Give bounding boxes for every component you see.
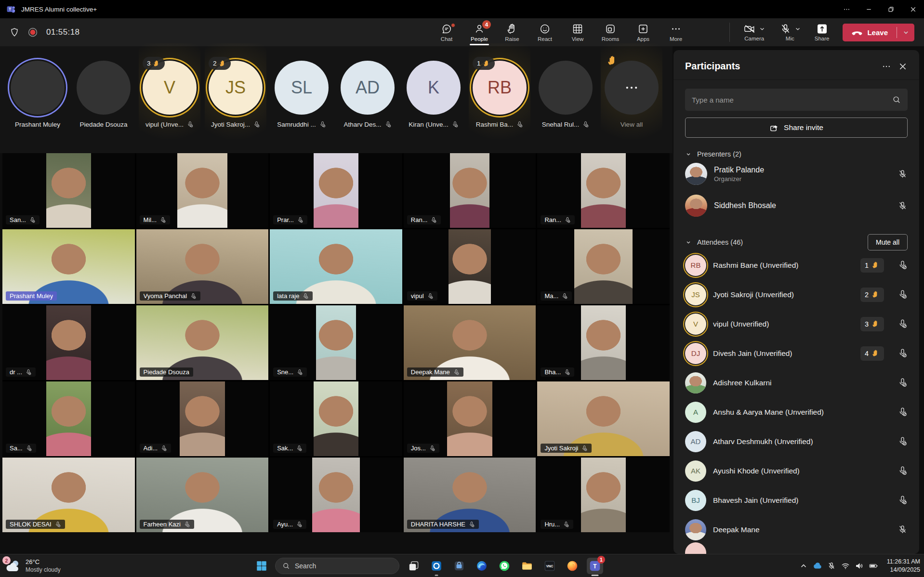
avatar-strip-item[interactable]: View all	[604, 46, 660, 153]
attendee-row[interactable]: JS Jyoti Sakroji (Unverified) 2	[673, 280, 919, 309]
mute-all-button[interactable]: Mute all	[868, 234, 908, 250]
video-tile[interactable]: dr ...	[2, 305, 135, 380]
mic-muted-icon[interactable]	[898, 525, 908, 535]
video-tile[interactable]: Sne...	[270, 305, 402, 380]
attendee-row[interactable]: Deepak Mane	[673, 515, 919, 544]
video-tile[interactable]: Ran...	[404, 153, 536, 228]
shield-icon[interactable]	[10, 27, 19, 37]
attendee-row[interactable]: RB Rashmi Bane (Unverified) 1	[673, 250, 919, 280]
start-button[interactable]	[254, 559, 269, 573]
mic-muted-icon[interactable]	[898, 201, 908, 211]
taskbar-app-button[interactable]: T 1	[587, 558, 603, 574]
avatar-strip-item[interactable]: SL Samruddhi ...	[274, 46, 330, 153]
attendee-row[interactable]: DJ Divesh Jain (Unverified) 4	[673, 339, 919, 368]
video-tile[interactable]: Mil...	[136, 153, 269, 228]
video-tile[interactable]: DHARITA HARSHE	[404, 458, 536, 532]
presenter-row[interactable]: Pratik Palande Organizer	[673, 158, 919, 190]
leave-options-button[interactable]	[897, 24, 914, 41]
taskbar-app-button[interactable]: VNC	[541, 558, 558, 574]
taskbar-app-button[interactable]	[428, 558, 445, 574]
taskbar-clock[interactable]: 11:26:31 AM 14/09/2025	[887, 558, 920, 574]
taskbar-app-button[interactable]	[406, 558, 422, 574]
attendee-row[interactable]: BJ Bhavesh Jain (Unverified)	[673, 485, 919, 515]
share-invite-button[interactable]: Share invite	[685, 118, 908, 138]
toolbar-tab[interactable]: More	[660, 18, 692, 46]
video-tile[interactable]: Farheen Kazi	[136, 458, 269, 532]
device-button[interactable]: Camera	[743, 23, 766, 41]
toolbar-tab[interactable]: Raise	[496, 18, 528, 46]
chevron-down-icon[interactable]	[794, 26, 801, 32]
video-tile[interactable]: Hru...	[537, 458, 670, 532]
taskbar-app-button[interactable]	[474, 558, 490, 574]
tray-icon-button[interactable]	[841, 562, 850, 570]
toolbar-tab[interactable]: Chat	[430, 18, 463, 46]
video-tile[interactable]: Sak...	[270, 381, 402, 456]
toolbar-tab[interactable]: React	[528, 18, 561, 46]
mic-blocked-icon[interactable]	[898, 495, 908, 505]
video-tile[interactable]: Bha...	[537, 305, 670, 380]
mic-blocked-icon[interactable]	[898, 436, 908, 446]
video-tile[interactable]: San...	[2, 153, 135, 228]
search-input[interactable]	[685, 96, 892, 104]
mic-blocked-icon[interactable]	[898, 319, 908, 329]
avatar-strip-item[interactable]: AD Atharv Des...	[340, 46, 396, 153]
video-tile[interactable]: Piedade Dsouza	[136, 305, 269, 380]
attendee-row[interactable]: A Anshu & Aarya Mane (Unverified)	[673, 397, 919, 427]
weather-widget[interactable]: 2 26°C Mostly cloudy	[5, 554, 61, 577]
video-tile[interactable]: Vyoma Panchal	[136, 229, 269, 304]
taskbar-app-button[interactable]	[496, 558, 513, 574]
chevron-down-icon[interactable]	[759, 26, 766, 32]
video-tile[interactable]: Prar...	[270, 153, 402, 228]
toolbar-tab[interactable]: View	[561, 18, 594, 46]
window-control-button[interactable]	[858, 0, 880, 18]
toolbar-tab[interactable]: 4 People	[463, 18, 496, 46]
taskbar-app-button[interactable]	[451, 558, 467, 574]
attendee-row[interactable]: V vipul (Unverified) 3	[673, 309, 919, 339]
tray-icon-button[interactable]	[799, 562, 808, 570]
taskbar-app-button[interactable]	[519, 558, 535, 574]
mic-blocked-icon[interactable]	[898, 407, 908, 417]
device-button[interactable]: Share	[815, 23, 830, 41]
tray-icon-button[interactable]	[869, 562, 878, 570]
toolbar-tab[interactable]: Apps	[627, 18, 660, 46]
device-button[interactable]: Mic	[779, 23, 801, 41]
avatar-strip-item[interactable]: Piedade Dsouza	[76, 46, 132, 153]
video-tile[interactable]: Deepak Mane	[404, 305, 536, 380]
search-icon[interactable]	[892, 95, 901, 104]
panel-close-button[interactable]	[898, 62, 908, 71]
video-tile[interactable]: Jyoti Sakroji	[537, 381, 670, 456]
video-tile[interactable]: Ma...	[537, 229, 670, 304]
mic-blocked-icon[interactable]	[898, 466, 908, 476]
tray-icon-button[interactable]	[827, 562, 836, 570]
presenter-row[interactable]: Siddhesh Bhosale	[673, 190, 919, 222]
video-tile[interactable]: Ayu...	[270, 458, 402, 532]
window-control-button[interactable]	[902, 0, 924, 18]
taskbar-search[interactable]: Search	[275, 558, 399, 574]
panel-more-button[interactable]	[882, 62, 891, 71]
video-tile[interactable]: Adi...	[136, 381, 269, 456]
mic-blocked-icon[interactable]	[898, 289, 908, 300]
leave-button[interactable]: Leave	[843, 24, 914, 41]
attendees-section-header[interactable]: Attendees (46) Mute all	[673, 234, 919, 250]
toolbar-tab[interactable]: Rooms	[594, 18, 627, 46]
avatar-strip-item[interactable]: 2 JS Jyoti Sakroj...	[208, 46, 264, 153]
mic-blocked-icon[interactable]	[898, 348, 908, 358]
attendee-row[interactable]: AD Atharv Deshmukh (Unverified)	[673, 427, 919, 456]
video-tile[interactable]: SHLOK DESAI	[2, 458, 135, 532]
avatar-strip-item[interactable]: K Kiran (Unve...	[406, 46, 462, 153]
avatar-strip-item[interactable]: 3 V vipul (Unve...	[142, 46, 198, 153]
window-control-button[interactable]	[835, 0, 858, 18]
tray-icon-button[interactable]	[855, 562, 864, 570]
mic-blocked-icon[interactable]	[898, 260, 908, 270]
attendee-row[interactable]: Adishree Kulkarni	[673, 368, 919, 397]
attendee-row[interactable]: AK Ayushi Khode (Unverified)	[673, 456, 919, 485]
mic-blocked-icon[interactable]	[898, 378, 908, 388]
presenters-section-header[interactable]: Presenters (2)	[673, 150, 919, 158]
avatar-strip-item[interactable]: 1 RB Rashmi Ba...	[472, 46, 528, 153]
mic-muted-icon[interactable]	[898, 169, 908, 179]
window-control-button[interactable]	[880, 0, 902, 18]
taskbar-app-button[interactable]	[564, 558, 581, 574]
tray-icon-button[interactable]	[813, 562, 822, 570]
video-tile[interactable]: Jos...	[404, 381, 536, 456]
avatar-strip-item[interactable]: Prashant Muley	[10, 46, 66, 153]
